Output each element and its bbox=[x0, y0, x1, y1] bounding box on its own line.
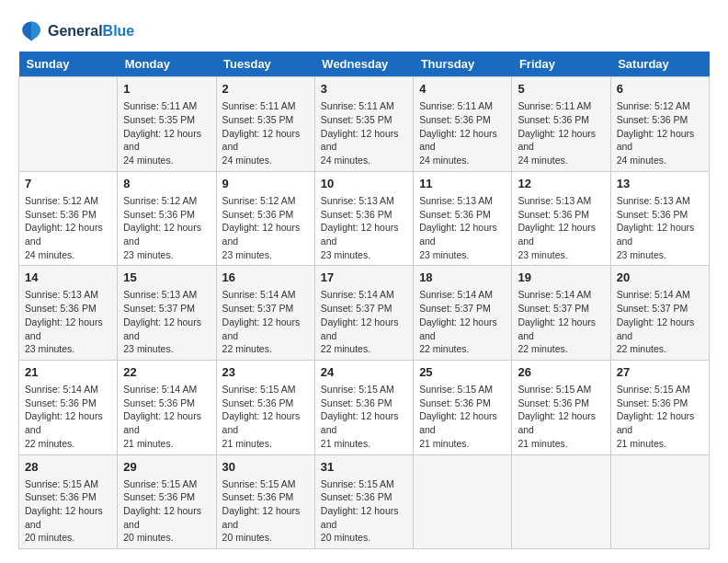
day-info: Sunrise: 5:14 AMSunset: 5:36 PMDaylight:… bbox=[25, 383, 111, 450]
calendar-cell: 2 Sunrise: 5:11 AMSunset: 5:35 PMDayligh… bbox=[216, 77, 314, 172]
calendar-header-tuesday: Tuesday bbox=[216, 52, 314, 77]
day-info: Sunrise: 5:11 AMSunset: 5:35 PMDaylight:… bbox=[321, 99, 407, 167]
day-info: Sunrise: 5:14 AMSunset: 5:36 PMDaylight:… bbox=[123, 383, 210, 450]
day-number: 23 bbox=[222, 364, 309, 381]
day-info: Sunrise: 5:15 AMSunset: 5:36 PMDaylight:… bbox=[321, 383, 407, 450]
calendar-table: SundayMondayTuesdayWednesdayThursdayFrid… bbox=[18, 52, 710, 549]
day-number: 6 bbox=[617, 81, 703, 98]
day-number: 20 bbox=[617, 270, 703, 286]
calendar-cell: 13 Sunrise: 5:13 AMSunset: 5:36 PMDaylig… bbox=[610, 171, 709, 266]
calendar-cell: 7 Sunrise: 5:12 AMSunset: 5:36 PMDayligh… bbox=[19, 171, 118, 266]
day-info: Sunrise: 5:15 AMSunset: 5:36 PMDaylight:… bbox=[518, 383, 604, 450]
day-number: 26 bbox=[518, 364, 604, 381]
day-number: 14 bbox=[25, 270, 111, 286]
calendar-cell: 9 Sunrise: 5:12 AMSunset: 5:36 PMDayligh… bbox=[216, 171, 314, 266]
calendar-cell: 8 Sunrise: 5:12 AMSunset: 5:36 PMDayligh… bbox=[118, 171, 216, 266]
day-number: 11 bbox=[419, 176, 506, 192]
day-number: 12 bbox=[518, 176, 604, 192]
day-info: Sunrise: 5:12 AMSunset: 5:36 PMDaylight:… bbox=[25, 194, 111, 261]
day-number: 19 bbox=[518, 270, 604, 286]
day-number: 22 bbox=[123, 364, 210, 381]
day-info: Sunrise: 5:14 AMSunset: 5:37 PMDaylight:… bbox=[321, 288, 407, 355]
day-number: 7 bbox=[25, 176, 111, 192]
day-info: Sunrise: 5:13 AMSunset: 5:36 PMDaylight:… bbox=[518, 194, 604, 261]
day-number: 4 bbox=[419, 81, 506, 98]
calendar-cell: 24 Sunrise: 5:15 AMSunset: 5:36 PMDaylig… bbox=[314, 360, 413, 454]
calendar-week-2: 7 Sunrise: 5:12 AMSunset: 5:36 PMDayligh… bbox=[19, 171, 710, 266]
day-number: 2 bbox=[222, 81, 309, 98]
calendar-cell bbox=[19, 77, 118, 172]
day-info: Sunrise: 5:15 AMSunset: 5:36 PMDaylight:… bbox=[25, 477, 111, 545]
calendar-week-1: 1 Sunrise: 5:11 AMSunset: 5:35 PMDayligh… bbox=[19, 77, 710, 172]
day-info: Sunrise: 5:13 AMSunset: 5:36 PMDaylight:… bbox=[321, 194, 407, 261]
calendar-cell: 17 Sunrise: 5:14 AMSunset: 5:37 PMDaylig… bbox=[314, 266, 413, 361]
calendar-cell: 14 Sunrise: 5:13 AMSunset: 5:36 PMDaylig… bbox=[19, 266, 118, 361]
day-info: Sunrise: 5:15 AMSunset: 5:36 PMDaylight:… bbox=[222, 477, 309, 545]
day-number: 16 bbox=[222, 270, 309, 286]
day-number: 9 bbox=[222, 176, 309, 192]
calendar-cell bbox=[610, 454, 709, 549]
logo-icon bbox=[18, 18, 44, 44]
page-header: GeneralBlue bbox=[18, 18, 710, 44]
day-info: Sunrise: 5:11 AMSunset: 5:35 PMDaylight:… bbox=[123, 99, 210, 167]
calendar-week-3: 14 Sunrise: 5:13 AMSunset: 5:36 PMDaylig… bbox=[19, 266, 710, 361]
calendar-header-row: SundayMondayTuesdayWednesdayThursdayFrid… bbox=[19, 52, 710, 77]
day-info: Sunrise: 5:13 AMSunset: 5:36 PMDaylight:… bbox=[419, 194, 506, 261]
calendar-cell: 1 Sunrise: 5:11 AMSunset: 5:35 PMDayligh… bbox=[118, 77, 216, 172]
calendar-cell: 20 Sunrise: 5:14 AMSunset: 5:37 PMDaylig… bbox=[610, 266, 709, 361]
day-number: 24 bbox=[321, 364, 407, 381]
calendar-cell: 22 Sunrise: 5:14 AMSunset: 5:36 PMDaylig… bbox=[118, 360, 216, 454]
day-number: 25 bbox=[419, 364, 506, 381]
day-number: 21 bbox=[25, 364, 111, 381]
calendar-cell: 16 Sunrise: 5:14 AMSunset: 5:37 PMDaylig… bbox=[216, 266, 314, 361]
calendar-cell: 31 Sunrise: 5:15 AMSunset: 5:36 PMDaylig… bbox=[314, 454, 413, 549]
calendar-cell: 23 Sunrise: 5:15 AMSunset: 5:36 PMDaylig… bbox=[216, 360, 314, 454]
day-number: 30 bbox=[222, 459, 309, 476]
day-number: 15 bbox=[123, 270, 210, 286]
calendar-header-thursday: Thursday bbox=[414, 52, 512, 77]
calendar-cell bbox=[512, 454, 610, 549]
day-info: Sunrise: 5:14 AMSunset: 5:37 PMDaylight:… bbox=[518, 288, 604, 355]
calendar-cell: 18 Sunrise: 5:14 AMSunset: 5:37 PMDaylig… bbox=[414, 266, 512, 361]
day-number: 28 bbox=[25, 459, 111, 476]
day-info: Sunrise: 5:15 AMSunset: 5:36 PMDaylight:… bbox=[617, 383, 703, 450]
day-number: 10 bbox=[321, 176, 407, 192]
calendar-cell: 25 Sunrise: 5:15 AMSunset: 5:36 PMDaylig… bbox=[414, 360, 512, 454]
day-info: Sunrise: 5:11 AMSunset: 5:36 PMDaylight:… bbox=[518, 99, 604, 167]
calendar-header-monday: Monday bbox=[118, 52, 216, 77]
logo-text: GeneralBlue bbox=[48, 23, 134, 40]
calendar-cell: 27 Sunrise: 5:15 AMSunset: 5:36 PMDaylig… bbox=[610, 360, 709, 454]
day-info: Sunrise: 5:12 AMSunset: 5:36 PMDaylight:… bbox=[222, 194, 309, 261]
day-info: Sunrise: 5:13 AMSunset: 5:36 PMDaylight:… bbox=[617, 194, 703, 261]
calendar-cell: 5 Sunrise: 5:11 AMSunset: 5:36 PMDayligh… bbox=[512, 77, 610, 172]
calendar-cell: 21 Sunrise: 5:14 AMSunset: 5:36 PMDaylig… bbox=[19, 360, 118, 454]
day-info: Sunrise: 5:13 AMSunset: 5:36 PMDaylight:… bbox=[25, 288, 111, 355]
day-info: Sunrise: 5:12 AMSunset: 5:36 PMDaylight:… bbox=[123, 194, 210, 261]
calendar-cell: 29 Sunrise: 5:15 AMSunset: 5:36 PMDaylig… bbox=[118, 454, 216, 549]
calendar-cell: 3 Sunrise: 5:11 AMSunset: 5:35 PMDayligh… bbox=[314, 77, 413, 172]
day-info: Sunrise: 5:15 AMSunset: 5:36 PMDaylight:… bbox=[419, 383, 506, 450]
day-info: Sunrise: 5:11 AMSunset: 5:35 PMDaylight:… bbox=[222, 99, 309, 167]
calendar-cell: 6 Sunrise: 5:12 AMSunset: 5:36 PMDayligh… bbox=[610, 77, 709, 172]
calendar-header-wednesday: Wednesday bbox=[314, 52, 413, 77]
calendar-header-saturday: Saturday bbox=[610, 52, 709, 77]
day-number: 29 bbox=[123, 459, 210, 476]
day-info: Sunrise: 5:14 AMSunset: 5:37 PMDaylight:… bbox=[222, 288, 309, 355]
day-number: 31 bbox=[321, 459, 407, 476]
day-number: 5 bbox=[518, 81, 604, 98]
day-info: Sunrise: 5:14 AMSunset: 5:37 PMDaylight:… bbox=[419, 288, 506, 355]
logo: GeneralBlue bbox=[18, 18, 134, 44]
calendar-cell: 28 Sunrise: 5:15 AMSunset: 5:36 PMDaylig… bbox=[19, 454, 118, 549]
calendar-cell: 26 Sunrise: 5:15 AMSunset: 5:36 PMDaylig… bbox=[512, 360, 610, 454]
calendar-header-sunday: Sunday bbox=[19, 52, 118, 77]
day-number: 8 bbox=[123, 176, 210, 192]
day-info: Sunrise: 5:15 AMSunset: 5:36 PMDaylight:… bbox=[222, 383, 309, 450]
day-info: Sunrise: 5:11 AMSunset: 5:36 PMDaylight:… bbox=[419, 99, 506, 167]
day-number: 13 bbox=[617, 176, 703, 192]
calendar-cell: 19 Sunrise: 5:14 AMSunset: 5:37 PMDaylig… bbox=[512, 266, 610, 361]
calendar-cell bbox=[414, 454, 512, 549]
calendar-week-5: 28 Sunrise: 5:15 AMSunset: 5:36 PMDaylig… bbox=[19, 454, 710, 549]
day-info: Sunrise: 5:14 AMSunset: 5:37 PMDaylight:… bbox=[617, 288, 703, 355]
day-info: Sunrise: 5:13 AMSunset: 5:37 PMDaylight:… bbox=[123, 288, 210, 355]
calendar-cell: 11 Sunrise: 5:13 AMSunset: 5:36 PMDaylig… bbox=[414, 171, 512, 266]
